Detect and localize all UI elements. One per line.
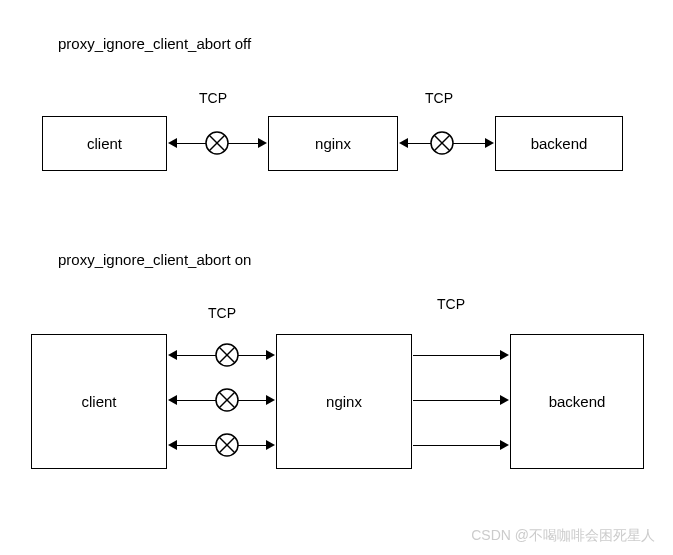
conn-2b3-arrow-right: [500, 440, 509, 450]
conn-2a3-arrow-left: [168, 440, 177, 450]
client-box-2: client: [31, 334, 167, 469]
conn-2a1-arrow-left: [168, 350, 177, 360]
conn-2b1-arrow-right: [500, 350, 509, 360]
nginx-label-2: nginx: [326, 393, 362, 410]
conn-1a-arrow-left: [168, 138, 177, 148]
backend-box-2: backend: [510, 334, 644, 469]
client-box-1: client: [42, 116, 167, 171]
break-icon-2a3: [215, 433, 239, 457]
conn-2a1-arrow-right: [266, 350, 275, 360]
break-icon-1a: [205, 131, 229, 155]
client-label-1: client: [87, 135, 122, 152]
conn-2a2-arrow-left: [168, 395, 177, 405]
break-icon-2a2: [215, 388, 239, 412]
tcp-label-1b: TCP: [425, 90, 453, 106]
tcp-label-2b: TCP: [437, 296, 465, 312]
conn-2b1-line: [413, 355, 501, 356]
nginx-label-1: nginx: [315, 135, 351, 152]
tcp-label-1a: TCP: [199, 90, 227, 106]
conn-2a3-arrow-right: [266, 440, 275, 450]
backend-label-2: backend: [549, 393, 606, 410]
conn-2b3-line: [413, 445, 501, 446]
diagram2-title: proxy_ignore_client_abort on: [58, 251, 251, 268]
tcp-label-2a: TCP: [208, 305, 236, 321]
nginx-box-2: nginx: [276, 334, 412, 469]
diagram1-title: proxy_ignore_client_abort off: [58, 35, 251, 52]
break-icon-1b: [430, 131, 454, 155]
conn-2b2-line: [413, 400, 501, 401]
watermark: CSDN @不喝咖啡会困死星人: [471, 527, 655, 545]
backend-label-1: backend: [531, 135, 588, 152]
conn-1b-arrow-left: [399, 138, 408, 148]
conn-1b-arrow-right: [485, 138, 494, 148]
backend-box-1: backend: [495, 116, 623, 171]
break-icon-2a1: [215, 343, 239, 367]
conn-1a-arrow-right: [258, 138, 267, 148]
nginx-box-1: nginx: [268, 116, 398, 171]
conn-2a2-arrow-right: [266, 395, 275, 405]
client-label-2: client: [81, 393, 116, 410]
conn-2b2-arrow-right: [500, 395, 509, 405]
